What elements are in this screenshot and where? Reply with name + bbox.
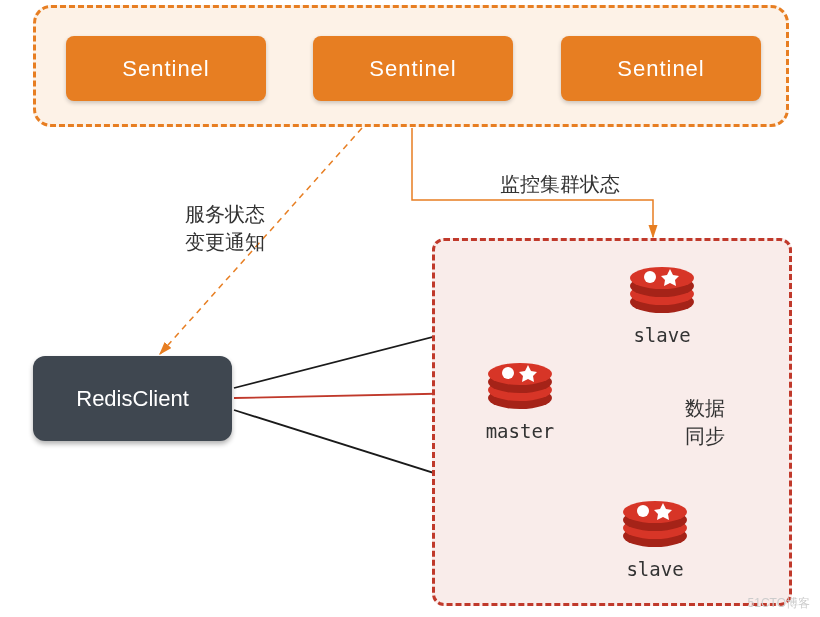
redis-client-box: RedisClient xyxy=(33,356,232,441)
label-service-notify: 服务状态 变更通知 xyxy=(185,200,265,256)
svg-point-3 xyxy=(630,267,694,289)
master-label: master xyxy=(475,420,565,442)
svg-point-9 xyxy=(502,367,514,379)
redis-icon xyxy=(619,490,691,550)
watermark: 51CTO博客 xyxy=(748,595,810,612)
sentinel-box-2: Sentinel xyxy=(313,36,513,101)
notify-line1: 服务状态 xyxy=(185,203,265,225)
redis-slave-2: slave xyxy=(610,490,700,580)
svg-point-13 xyxy=(623,501,687,523)
svg-point-14 xyxy=(637,505,649,517)
label-monitor: 监控集群状态 xyxy=(500,170,620,198)
sentinel-box-3: Sentinel xyxy=(561,36,761,101)
notify-line2: 变更通知 xyxy=(185,231,265,253)
redis-icon xyxy=(484,352,556,412)
svg-point-8 xyxy=(488,363,552,385)
sentinel-box-1: Sentinel xyxy=(66,36,266,101)
label-data-sync: 数据 同步 xyxy=(685,394,725,450)
slave2-label: slave xyxy=(610,558,700,580)
redis-icon xyxy=(626,256,698,316)
slave1-label: slave xyxy=(617,324,707,346)
sync-line1: 数据 xyxy=(685,397,725,419)
svg-point-4 xyxy=(644,271,656,283)
redis-master: master xyxy=(475,352,565,442)
sentinel-group: Sentinel Sentinel Sentinel xyxy=(33,5,789,127)
redis-slave-1: slave xyxy=(617,256,707,346)
sync-line2: 同步 xyxy=(685,425,725,447)
